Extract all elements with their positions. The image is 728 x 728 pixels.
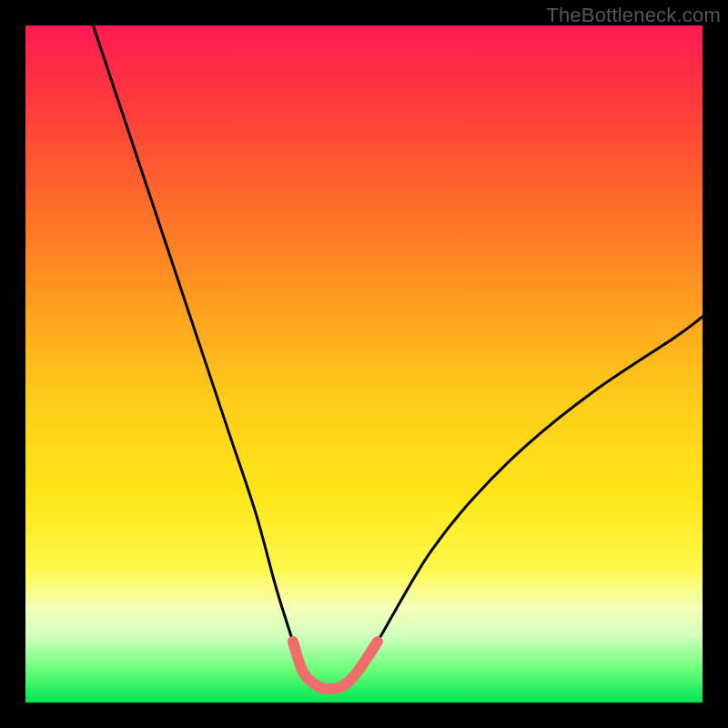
watermark-text: TheBottleneck.com: [546, 4, 721, 27]
bottleneck-curve-highlight: [293, 642, 378, 689]
bottleneck-curve: [93, 25, 703, 689]
plot-area: [25, 25, 703, 703]
outer-frame: TheBottleneck.com: [0, 0, 728, 728]
curve-overlay: [25, 25, 703, 703]
